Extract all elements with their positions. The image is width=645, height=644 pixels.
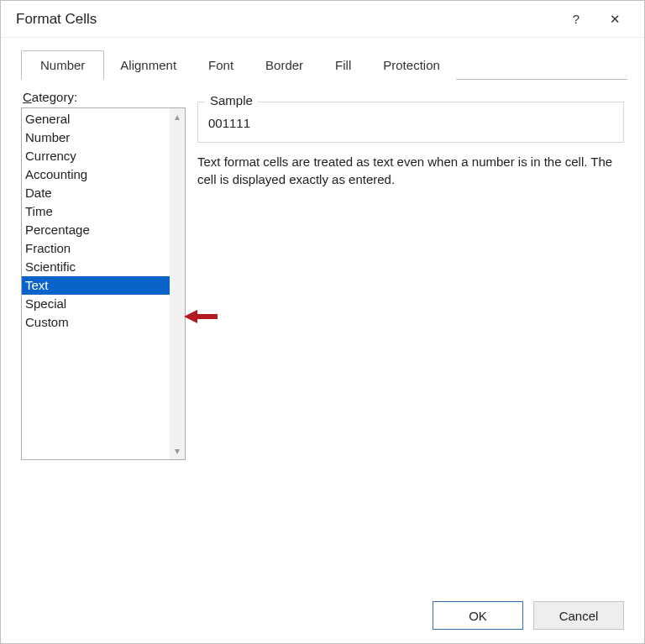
annotation-arrow-icon: [184, 308, 218, 325]
sample-group: Sample 001111: [197, 102, 624, 143]
category-item-fraction[interactable]: Fraction: [22, 239, 170, 258]
category-item-time[interactable]: Time: [22, 202, 170, 221]
help-button[interactable]: ?: [557, 6, 595, 33]
category-label: Category:: [23, 90, 186, 104]
category-item-text[interactable]: Text: [22, 276, 170, 295]
category-item-special[interactable]: Special: [22, 295, 170, 313]
dialog-button-row: OK Cancel: [433, 601, 624, 630]
scroll-down-icon[interactable]: ▾: [175, 444, 180, 458]
tab-strip: Number Alignment Font Border Fill Protec…: [21, 50, 627, 80]
cancel-button[interactable]: Cancel: [533, 601, 624, 630]
scroll-up-icon[interactable]: ▴: [175, 110, 180, 123]
tab-fill[interactable]: Fill: [319, 50, 367, 80]
category-item-scientific[interactable]: Scientific: [22, 258, 170, 276]
sample-label: Sample: [205, 93, 258, 107]
dialog-body: Number Alignment Font Border Fill Protec…: [1, 38, 644, 644]
format-description: Text format cells are treated as text ev…: [197, 153, 624, 188]
tab-protection[interactable]: Protection: [367, 50, 456, 80]
close-button[interactable]: ✕: [595, 6, 634, 33]
tab-alignment[interactable]: Alignment: [104, 50, 192, 80]
ok-button[interactable]: OK: [433, 601, 523, 630]
category-item-accounting[interactable]: Accounting: [22, 165, 170, 184]
tab-font[interactable]: Font: [192, 50, 249, 80]
svg-marker-0: [184, 310, 218, 323]
category-item-number[interactable]: Number: [22, 128, 170, 147]
sample-value: 001111: [208, 109, 613, 130]
category-item-percentage[interactable]: Percentage: [22, 221, 170, 239]
listbox-scrollbar[interactable]: ▴ ▾: [170, 108, 185, 459]
dialog-title: Format Cells: [16, 11, 557, 28]
category-item-currency[interactable]: Currency: [22, 147, 170, 165]
tab-border[interactable]: Border: [249, 50, 319, 80]
title-bar: Format Cells ? ✕: [1, 1, 644, 38]
tab-number[interactable]: Number: [21, 50, 104, 80]
category-listbox[interactable]: GeneralNumberCurrencyAccountingDateTimeP…: [21, 107, 186, 460]
category-item-general[interactable]: General: [22, 110, 170, 128]
category-item-custom[interactable]: Custom: [22, 313, 170, 332]
category-item-date[interactable]: Date: [22, 184, 170, 202]
